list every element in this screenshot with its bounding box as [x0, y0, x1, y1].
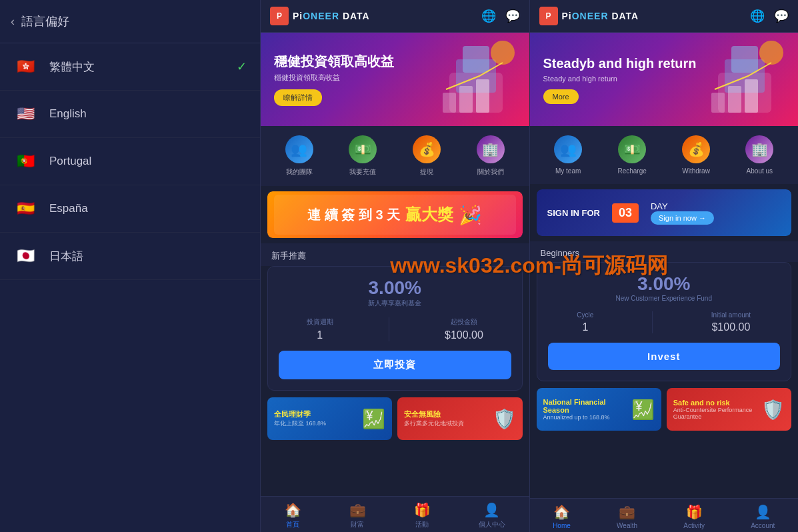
- promo-card-1[interactable]: Safe and no risk Anti-Countersite Perfor…: [667, 388, 791, 431]
- flag-en: 🇺🇸: [13, 105, 37, 123]
- svg-rect-5: [459, 86, 473, 113]
- icon-grid-item-withdraw[interactable]: 💰 提現: [413, 135, 441, 177]
- promo-title-0: 全民理財季: [274, 409, 358, 419]
- nav-label-account: 個人中心: [479, 520, 505, 529]
- svg-rect-2: [463, 46, 489, 73]
- nav-icon-activity: 🎁: [414, 502, 431, 518]
- nav-item-home[interactable]: 🏠 Home: [553, 504, 571, 529]
- language-item-pt[interactable]: 🇵🇹 Portugal: [0, 138, 260, 185]
- nav-item-account[interactable]: 👤 Account: [751, 504, 775, 529]
- banner-graphic-zh: [423, 33, 529, 126]
- language-item-en[interactable]: 🇺🇸 English: [0, 91, 260, 138]
- promo-card-0[interactable]: National Financial Season Annualized up …: [537, 388, 661, 431]
- icon-grid-item-recharge[interactable]: 💵 Recharge: [617, 135, 646, 175]
- signin-day-text: DAY: [651, 201, 714, 211]
- banner-subtitle-zh: 穩健投資領取高收益: [274, 73, 394, 83]
- message-icon[interactable]: 💬: [505, 9, 520, 23]
- nav-label-activity: 活動: [415, 520, 429, 529]
- logo-icon: P: [270, 7, 289, 25]
- svg-point-10: [759, 41, 783, 65]
- invest-card-en: 3.00% New Customer Experience Fund Cycle…: [537, 262, 792, 381]
- app-panel-zh: P PiONEER DATA 🌐 💬 穩健投資領取高收益 穩健投資領取高收益 瞭…: [260, 0, 529, 532]
- banner-title-zh: 穩健投資領取高收益: [274, 53, 394, 70]
- icon-grid-item-withdraw[interactable]: 💰 Withdraw: [682, 135, 710, 175]
- icon-grid-item-about[interactable]: 🏢 About us: [745, 135, 773, 175]
- invest-amount-zh: 起投金額 $100.00: [445, 317, 483, 341]
- back-button[interactable]: ‹: [11, 15, 15, 29]
- panel-title: 語言偏好: [21, 13, 69, 29]
- nav-item-activity[interactable]: 🎁 Activity: [683, 504, 705, 529]
- language-item-zh-tw[interactable]: 🇭🇰 繁體中文 ✓: [0, 43, 260, 91]
- icon-grid-item-recharge[interactable]: 💵 我要充值: [349, 135, 377, 177]
- logo-icon-en: P: [539, 7, 558, 25]
- promo-subtitle-0: Annualized up to 168.8%: [543, 414, 627, 421]
- invest-rate-zh: 3.00%: [279, 277, 511, 299]
- nav-icon-wealth: 💼: [349, 502, 366, 518]
- language-list: 🇭🇰 繁體中文 ✓ 🇺🇸 English 🇵🇹 Portugal 🇪🇸 Espa…: [0, 43, 260, 280]
- invest-cycle-en: Cycle 1: [577, 311, 593, 333]
- message-icon-en[interactable]: 💬: [774, 9, 789, 23]
- invest-btn-zh[interactable]: 立即投資: [279, 351, 511, 379]
- app-panel-en: P PiONEER DATA 🌐 💬 Steadyb and high retu…: [529, 0, 799, 532]
- nav-icon-activity: 🎁: [686, 504, 703, 520]
- globe-icon-en[interactable]: 🌐: [750, 9, 765, 23]
- svg-rect-6: [476, 79, 489, 113]
- language-item-ja[interactable]: 🇯🇵 日本語: [0, 233, 260, 280]
- banner-graphic-en: [691, 33, 798, 126]
- lang-name-ja: 日本語: [49, 249, 247, 264]
- signin-banner-en[interactable]: SIGN IN FOR 03 DAY Sign in now →: [537, 189, 792, 236]
- nav-label-wealth: Wealth: [617, 522, 637, 529]
- logo-text: PiONEER DATA: [293, 11, 370, 21]
- promo-icon-0: 💹: [631, 399, 655, 421]
- language-header: ‹ 語言偏好: [0, 0, 260, 43]
- svg-rect-12: [728, 86, 741, 113]
- signin-now-btn[interactable]: Sign in now →: [651, 211, 714, 225]
- svg-rect-11: [711, 93, 725, 113]
- invest-rate-en: 3.00%: [548, 273, 781, 295]
- nav-icon-wealth: 💼: [619, 504, 635, 520]
- promo-card-1[interactable]: 安全無風險 多行業多元化地域投資 🛡️: [397, 397, 522, 440]
- flag-ja: 🇯🇵: [13, 247, 37, 265]
- icon-grid-item-team[interactable]: 👥 我的團隊: [285, 135, 313, 177]
- nav-item-wealth[interactable]: 💼 財富: [349, 502, 366, 529]
- nav-item-account[interactable]: 👤 個人中心: [479, 502, 505, 529]
- app-header-zh: P PiONEER DATA 🌐 💬: [261, 0, 529, 33]
- icon-label-about: 關於我們: [477, 167, 504, 177]
- icon-label-recharge: Recharge: [617, 167, 646, 175]
- invest-desc-en: New Customer Experience Fund: [548, 295, 781, 302]
- nav-label-home: 首頁: [286, 520, 299, 529]
- section-title-en: Beginners: [530, 241, 799, 262]
- promo-text-0: 全民理財季 年化上限至 168.8%: [274, 409, 358, 428]
- language-item-es[interactable]: 🇪🇸 España: [0, 185, 260, 233]
- banner-btn-zh[interactable]: 瞭解詳情: [274, 89, 322, 106]
- icon-grid-item-team[interactable]: 👥 My team: [554, 135, 582, 175]
- flag-pt: 🇵🇹: [13, 153, 37, 170]
- icon-about: 🏢: [477, 135, 505, 163]
- signin-banner-zh[interactable]: 連 續 簽 到 3 天 贏大獎 🎉: [267, 191, 523, 238]
- banner-btn-en[interactable]: More: [543, 89, 579, 104]
- svg-point-3: [491, 41, 515, 65]
- nav-label-home: Home: [553, 522, 571, 529]
- invest-cycle-zh: 投資週期 1: [307, 317, 333, 341]
- promo-subtitle-0: 年化上限至 168.8%: [274, 419, 358, 428]
- banner-zh: 穩健投資領取高收益 穩健投資領取高收益 瞭解詳情: [261, 33, 529, 126]
- nav-item-activity[interactable]: 🎁 活動: [414, 502, 431, 529]
- nav-icon-account: 👤: [755, 504, 771, 520]
- nav-item-home[interactable]: 🏠 首頁: [285, 502, 301, 529]
- flag-es: 🇪🇸: [13, 200, 37, 217]
- app-header-en: P PiONEER DATA 🌐 💬: [530, 0, 799, 33]
- banner-subtitle-en: Steady and high return: [543, 75, 697, 83]
- nav-label-account: Account: [751, 522, 775, 529]
- invest-btn-en[interactable]: Invest: [548, 343, 781, 370]
- invest-amount-en: Initial amount $100.00: [711, 311, 751, 333]
- icon-team: 👥: [554, 135, 582, 163]
- logo-text-en: PiONEER DATA: [562, 11, 639, 21]
- icon-grid-item-about[interactable]: 🏢 關於我們: [477, 135, 505, 177]
- promo-card-0[interactable]: 全民理財季 年化上限至 168.8% 💹: [267, 397, 392, 440]
- promo-icon-1: 🛡️: [493, 408, 516, 430]
- icon-withdraw: 💰: [682, 135, 710, 163]
- nav-item-wealth[interactable]: 💼 Wealth: [617, 504, 637, 529]
- globe-icon[interactable]: 🌐: [481, 9, 496, 23]
- icon-grid-zh: 👥 我的團隊 💵 我要充值 💰 提現 🏢 關於我們: [261, 126, 529, 186]
- nav-icon-home: 🏠: [285, 502, 301, 518]
